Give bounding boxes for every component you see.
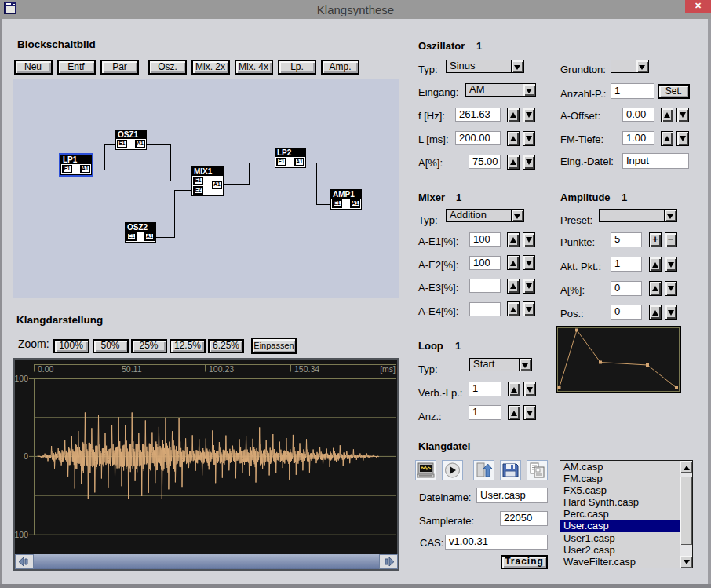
- svg-text:150.34: 150.34: [294, 364, 319, 374]
- svg-text:0: 0: [24, 451, 28, 461]
- svg-text:100.23: 100.23: [209, 364, 234, 374]
- svg-text:100: 100: [14, 374, 28, 383]
- svg-text:[ms]: [ms]: [380, 364, 396, 374]
- svg-text:50.11: 50.11: [122, 364, 142, 374]
- svg-text:0.00: 0.00: [38, 364, 54, 374]
- svg-text:100: 100: [14, 530, 28, 539]
